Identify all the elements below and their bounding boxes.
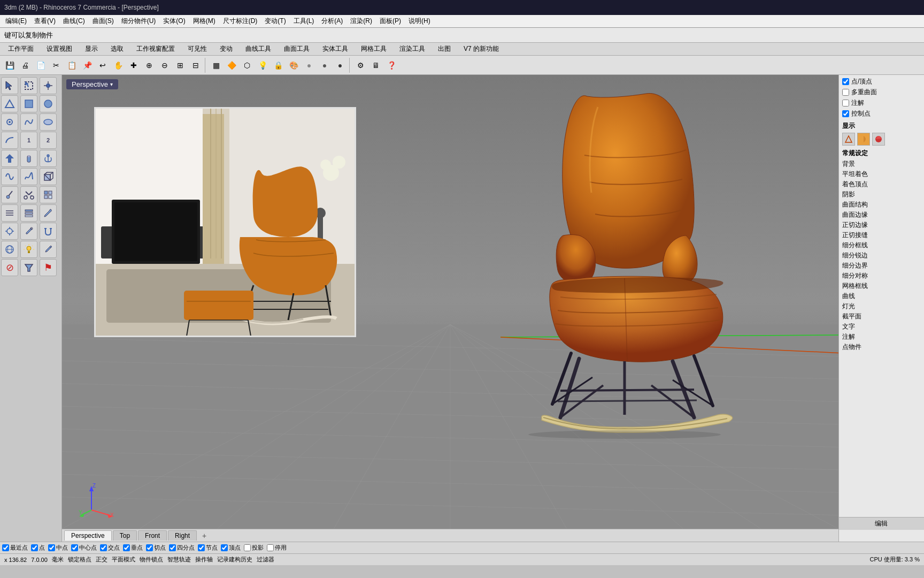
pan-icon[interactable]: ✋	[111, 58, 126, 73]
add-view-tab[interactable]: +	[198, 530, 211, 541]
paste-icon[interactable]: 📌	[80, 58, 95, 73]
menu-analysis[interactable]: 分析(A)	[318, 16, 346, 27]
no-icon[interactable]: ⊘	[1, 259, 18, 276]
menu-dim[interactable]: 尺寸标注(D)	[220, 16, 261, 27]
brush-tool[interactable]	[1, 186, 18, 203]
perspective-dropdown-icon[interactable]: ▾	[110, 81, 113, 87]
setting-curves[interactable]: 曲线	[842, 292, 921, 301]
tab-curve-tools[interactable]: 曲线工具	[240, 43, 277, 55]
help-icon[interactable]: ❓	[384, 58, 399, 73]
status-gumball[interactable]: 操作轴	[195, 556, 213, 564]
menu-subd[interactable]: 细分物件(U)	[118, 16, 159, 27]
perspective-label[interactable]: Perspective ▾	[66, 79, 118, 89]
snap-center-cb[interactable]	[71, 544, 78, 551]
snap-disable[interactable]: 停用	[267, 544, 287, 552]
save-icon[interactable]: 💾	[2, 58, 17, 73]
setting-surface-edge[interactable]: 曲面边缘	[842, 210, 921, 219]
tab-solid-tools[interactable]: 实体工具	[317, 43, 354, 55]
zoom-extent-icon[interactable]: ⊟	[188, 58, 203, 73]
menu-solid[interactable]: 实体(O)	[160, 16, 188, 27]
box2-tool[interactable]	[40, 168, 57, 185]
menu-surface[interactable]: 曲面(S)	[89, 16, 117, 27]
tab-output[interactable]: 出图	[432, 43, 457, 55]
cut-icon[interactable]: ✂	[49, 58, 64, 73]
setting-shadow[interactable]: 阴影	[842, 190, 921, 199]
menu-panel[interactable]: 面板(P)	[376, 16, 404, 27]
move2-tool[interactable]	[1, 223, 18, 240]
snap-knot-cb[interactable]	[198, 544, 205, 551]
pencil-tool[interactable]	[40, 241, 57, 258]
status-filter[interactable]: 过滤器	[257, 556, 274, 564]
menu-help[interactable]: 说明(H)	[405, 16, 434, 27]
edit-button[interactable]: 编辑	[838, 517, 924, 530]
snap-midpoint-cb[interactable]	[48, 544, 55, 551]
menu-curve[interactable]: 曲线(C)	[60, 16, 88, 27]
tab-render-tools[interactable]: 渲染工具	[394, 43, 431, 55]
globe-tool[interactable]	[1, 241, 18, 258]
status-smart-track[interactable]: 智慧轨迹	[167, 556, 191, 564]
list-tool[interactable]	[20, 204, 37, 222]
tab-right[interactable]: Right	[168, 530, 197, 541]
display-mode-wireframe[interactable]	[842, 133, 855, 146]
material-icon[interactable]: 🎨	[286, 58, 301, 73]
num2-tool[interactable]: 2	[40, 132, 57, 149]
select-tool[interactable]	[1, 77, 18, 94]
point-tool[interactable]	[40, 77, 57, 94]
new-icon[interactable]: 📄	[33, 58, 48, 73]
eyedrop-tool[interactable]	[20, 150, 37, 167]
snap-intersection[interactable]: 交点	[100, 544, 120, 552]
setting-subd-crease[interactable]: 细分锐边	[842, 251, 921, 260]
wire-icon[interactable]: ⬡	[240, 58, 255, 73]
triangle-tool[interactable]	[1, 95, 18, 112]
display2-icon[interactable]: 🖥	[368, 58, 383, 73]
menu-render[interactable]: 渲染(R)	[347, 16, 375, 27]
tab-transform[interactable]: 变动	[214, 43, 238, 55]
snap-project-cb[interactable]	[244, 544, 251, 551]
setting-text[interactable]: 文字	[842, 322, 921, 331]
num1-tool[interactable]: 1	[20, 132, 37, 149]
status-planar[interactable]: 平面模式	[112, 556, 135, 564]
snap-perpendicular[interactable]: 垂点	[123, 544, 143, 552]
window-select-tool[interactable]	[20, 77, 37, 94]
sphere3-icon[interactable]: ●	[333, 58, 348, 73]
snap-disable-cb[interactable]	[267, 544, 274, 551]
checkbox-polysurface[interactable]	[842, 89, 849, 96]
menu-view[interactable]: 查看(V)	[31, 16, 59, 27]
copy-icon[interactable]: 📋	[64, 58, 79, 73]
undo-icon[interactable]: ↩	[95, 58, 110, 73]
viewport-icon[interactable]: ▦	[209, 58, 224, 73]
sphere2-icon[interactable]: ●	[317, 58, 332, 73]
scissors-tool[interactable]	[20, 186, 37, 203]
snap-intersection-cb[interactable]	[100, 544, 107, 551]
surface2-tool[interactable]	[40, 113, 57, 131]
zoom-in-icon[interactable]: ⊕	[142, 58, 157, 73]
tab-surface-tools[interactable]: 曲面工具	[278, 43, 315, 55]
setting-surface-struct[interactable]: 曲面结构	[842, 200, 921, 209]
spline-tool[interactable]	[1, 168, 18, 185]
snap-center[interactable]: 中心点	[71, 544, 97, 552]
snap-perpendicular-cb[interactable]	[123, 544, 130, 551]
anchor-tool[interactable]	[40, 150, 57, 167]
snap-midpoint[interactable]: 中点	[48, 544, 68, 552]
display-mode-rendered[interactable]	[857, 133, 870, 146]
sphere-tool[interactable]	[40, 95, 57, 112]
viewport[interactable]: Perspective ▾ Z X Y	[62, 75, 838, 529]
setting-background[interactable]: 背景	[842, 159, 921, 169]
gear-icon[interactable]: ⚙	[353, 58, 368, 73]
status-ortho[interactable]: 正交	[96, 556, 107, 564]
gear2-tool[interactable]	[1, 113, 18, 131]
tab-visibility[interactable]: 可见性	[182, 43, 213, 55]
tab-mesh-tools[interactable]: 网格工具	[355, 43, 392, 55]
menu-mesh[interactable]: 网格(M)	[190, 16, 219, 27]
arc-tool[interactable]	[1, 132, 18, 149]
sphere1-icon[interactable]: ●	[302, 58, 317, 73]
menu-edit[interactable]: 编辑(E)	[2, 16, 30, 27]
tab-front[interactable]: Front	[138, 530, 167, 541]
setting-subd-boundary[interactable]: 细分边界	[842, 261, 921, 270]
tab-perspective[interactable]: Perspective	[64, 530, 112, 541]
setting-point-objects[interactable]: 点物件	[842, 343, 921, 352]
menu-tools[interactable]: 工具(L)	[290, 16, 318, 27]
snap-icon[interactable]: 🔒	[271, 58, 286, 73]
zoom-out-icon[interactable]: ⊖	[157, 58, 172, 73]
subd-tool[interactable]	[40, 186, 57, 203]
